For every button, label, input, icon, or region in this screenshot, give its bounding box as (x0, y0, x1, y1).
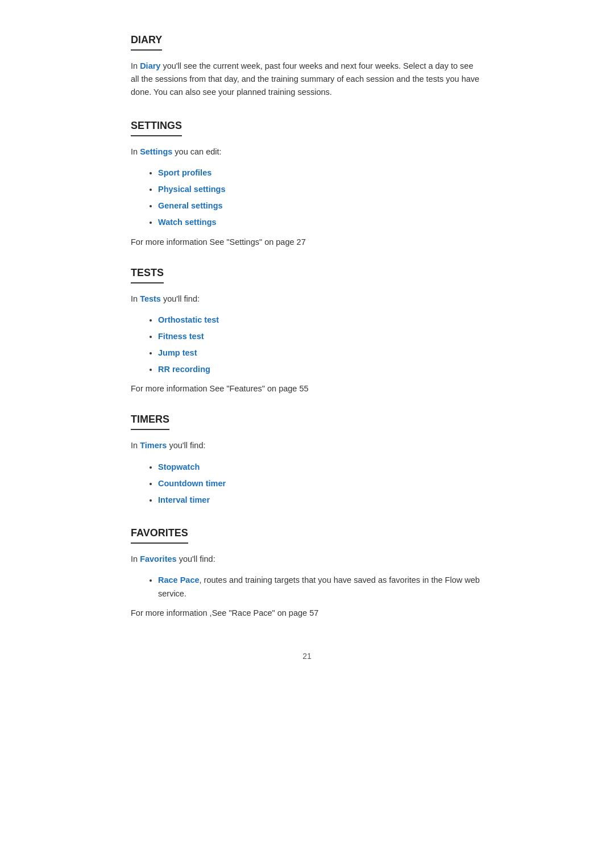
page-number: 21 (131, 652, 483, 661)
favorites-item-rest: , routes and training targets that you h… (158, 575, 480, 598)
tests-intro: In Tests you'll find: (131, 293, 483, 306)
list-item: Jump test (158, 347, 483, 360)
stopwatch-link[interactable]: Stopwatch (158, 462, 200, 471)
general-settings-link[interactable]: General settings (158, 201, 223, 210)
favorites-footer: For more information ,See "Race Pace" on… (131, 608, 483, 617)
diary-link[interactable]: Diary (140, 61, 160, 70)
settings-heading: SETTINGS (131, 120, 182, 136)
diary-heading: DIARY (131, 34, 162, 51)
tests-heading: TESTS (131, 267, 164, 283)
diary-intro: In Diary you'll see the current week, pa… (131, 60, 483, 99)
settings-section: SETTINGS In Settings you can edit: Sport… (131, 120, 483, 247)
list-item: Watch settings (158, 216, 483, 229)
sport-profiles-link[interactable]: Sport profiles (158, 168, 211, 177)
tests-intro-rest: you'll find: (161, 294, 200, 303)
physical-settings-link[interactable]: Physical settings (158, 185, 225, 194)
page-container: DIARY In Diary you'll see the current we… (85, 0, 529, 695)
settings-list: Sport profiles Physical settings General… (158, 166, 483, 229)
timers-section: TIMERS In Timers you'll find: Stopwatch … (131, 414, 483, 507)
favorites-link[interactable]: Favorites (140, 554, 176, 564)
timers-intro-text: In (131, 441, 140, 450)
timers-list: Stopwatch Countdown timer Interval timer (158, 461, 483, 507)
tests-list: Orthostatic test Fitness test Jump test … (158, 314, 483, 377)
fitness-test-link[interactable]: Fitness test (158, 332, 204, 341)
list-item: Sport profiles (158, 166, 483, 180)
diary-intro-rest: you'll see the current week, past four w… (131, 61, 479, 97)
tests-intro-text: In (131, 294, 140, 303)
orthostatic-test-link[interactable]: Orthostatic test (158, 315, 219, 324)
favorites-section: FAVORITES In Favorites you'll find: Race… (131, 527, 483, 617)
diary-section: DIARY In Diary you'll see the current we… (131, 34, 483, 99)
timers-intro-rest: you'll find: (167, 441, 205, 450)
settings-link[interactable]: Settings (140, 147, 172, 156)
tests-section: TESTS In Tests you'll find: Orthostatic … (131, 267, 483, 394)
list-item: Stopwatch (158, 461, 483, 474)
favorites-heading: FAVORITES (131, 527, 188, 544)
list-item: Interval timer (158, 494, 483, 507)
tests-footer: For more information See "Features" on p… (131, 384, 483, 393)
settings-intro: In Settings you can edit: (131, 145, 483, 158)
list-item: Orthostatic test (158, 314, 483, 327)
list-item: Race Pace, routes and training targets t… (158, 574, 483, 600)
settings-footer: For more information See "Settings" on p… (131, 237, 483, 247)
favorites-list: Race Pace, routes and training targets t… (158, 574, 483, 600)
jump-test-link[interactable]: Jump test (158, 348, 197, 357)
list-item: Countdown timer (158, 477, 483, 490)
countdown-timer-link[interactable]: Countdown timer (158, 479, 226, 488)
favorites-intro-text: In (131, 554, 140, 564)
list-item: General settings (158, 199, 483, 212)
timers-heading: TIMERS (131, 414, 169, 430)
race-pace-link[interactable]: Race Pace (158, 575, 200, 585)
timers-intro: In Timers you'll find: (131, 439, 483, 452)
diary-intro-text: In (131, 61, 140, 70)
interval-timer-link[interactable]: Interval timer (158, 495, 210, 504)
tests-link[interactable]: Tests (140, 294, 161, 303)
favorites-intro-rest: you'll find: (177, 554, 215, 564)
watch-settings-link[interactable]: Watch settings (158, 218, 217, 227)
list-item: Fitness test (158, 330, 483, 343)
rr-recording-link[interactable]: RR recording (158, 365, 210, 374)
timers-link[interactable]: Timers (140, 441, 167, 450)
list-item: RR recording (158, 363, 483, 376)
favorites-intro: In Favorites you'll find: (131, 553, 483, 566)
settings-intro-rest: you can edit: (172, 147, 221, 156)
settings-intro-text: In (131, 147, 140, 156)
list-item: Physical settings (158, 183, 483, 196)
